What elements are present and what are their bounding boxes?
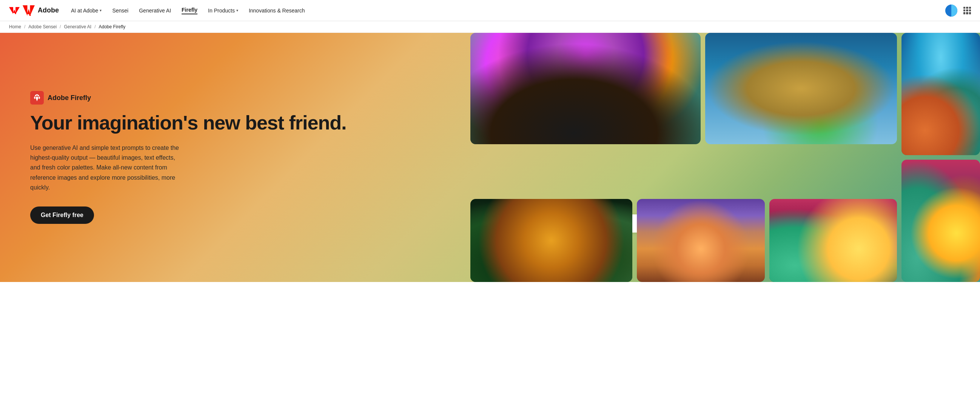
nav-right	[945, 5, 971, 17]
avatar[interactable]	[945, 5, 957, 17]
hero-headline: Your imagination's new best friend.	[30, 112, 448, 133]
apps-grid-icon[interactable]	[963, 7, 971, 14]
image-winter-sunset	[637, 199, 765, 282]
breadcrumb-separator: /	[60, 24, 61, 29]
nav-generative-ai[interactable]: Generative AI	[139, 8, 171, 14]
image-woman-flowers	[470, 33, 701, 144]
hero-description: Use generative AI and simple text prompt…	[30, 143, 181, 193]
image-dog-underwater	[705, 33, 897, 144]
image-autumn-scene	[902, 160, 980, 282]
breadcrumb-current: Adobe Firefly	[99, 24, 126, 29]
image-coral-reef	[902, 33, 980, 155]
nav-innovations-research[interactable]: Innovations & Research	[249, 8, 305, 14]
firefly-icon-box	[30, 91, 44, 105]
chevron-down-icon: ▾	[100, 8, 102, 13]
navbar: Adobe AI at Adobe ▾ Sensei Generative AI…	[0, 0, 980, 21]
breadcrumb-home[interactable]: Home	[9, 24, 21, 29]
hero-section: Adobe Firefly Your imagination's new bes…	[0, 33, 980, 282]
adobe-logo-text: Adobe	[38, 6, 59, 14]
get-firefly-button[interactable]: Get Firefly free	[30, 206, 94, 224]
chevron-down-icon: ▾	[236, 8, 238, 13]
breadcrumb-generative-ai[interactable]: Generative AI	[64, 24, 91, 29]
firefly-logo-icon	[33, 94, 41, 102]
nav-in-products[interactable]: In Products ▾	[208, 8, 238, 14]
image-paper-art	[769, 199, 897, 282]
breadcrumb: Home / Adobe Sensei / Generative AI / Ad…	[0, 21, 980, 33]
nav-links: AI at Adobe ▾ Sensei Generative AI Firef…	[71, 7, 933, 14]
breadcrumb-separator: /	[94, 24, 95, 29]
svg-point-0	[36, 97, 38, 99]
hero-left-content: Adobe Firefly Your imagination's new bes…	[0, 33, 470, 282]
avatar-image	[945, 5, 957, 17]
nav-ai-at-adobe[interactable]: AI at Adobe ▾	[71, 8, 102, 14]
adobe-logo-icon	[9, 6, 20, 15]
firefly-badge: Adobe Firefly	[30, 91, 448, 105]
right-side-images	[902, 33, 980, 282]
top-images-row	[470, 33, 897, 144]
breadcrumb-separator: /	[24, 24, 25, 29]
image-parrot-jungle	[470, 199, 632, 282]
bottom-images-row	[470, 199, 897, 282]
adobe-a-icon	[23, 5, 35, 16]
firefly-badge-label: Adobe Firefly	[48, 94, 91, 102]
nav-sensei[interactable]: Sensei	[112, 8, 128, 14]
breadcrumb-sensei[interactable]: Adobe Sensei	[28, 24, 57, 29]
adobe-logo[interactable]: Adobe	[9, 5, 59, 16]
nav-firefly[interactable]: Firefly	[181, 7, 197, 14]
hero-right-content: Try it ↷ Generate	[470, 33, 980, 282]
